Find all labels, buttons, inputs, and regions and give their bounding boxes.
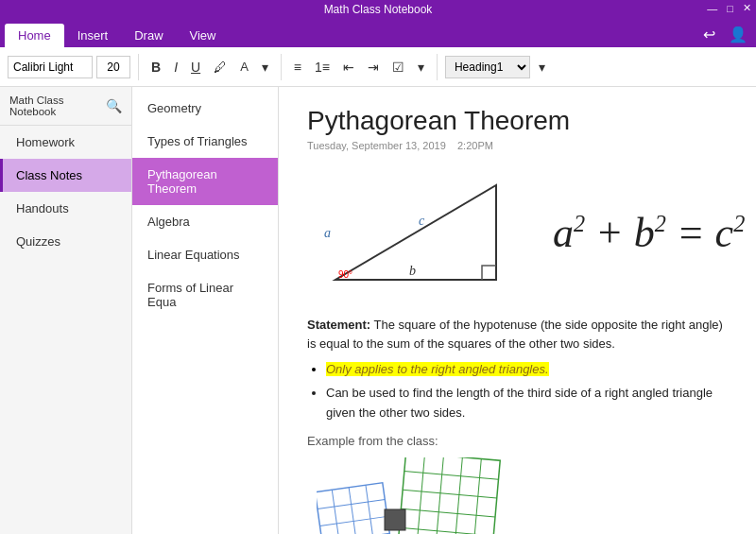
text-color-icon: A [240,60,249,74]
italic-button[interactable]: I [169,55,182,79]
text-color-button[interactable]: A [235,55,253,79]
bullet-text-1: Only applies to the right angled triangl… [326,362,549,376]
minimize-button[interactable]: — [704,2,720,14]
tab-home[interactable]: Home [5,24,64,47]
svg-text:a: a [324,226,331,240]
section-forms-of-linear[interactable]: Forms of Linear Equa [132,271,278,319]
section-types-of-triangles[interactable]: Types of Triangles [132,125,278,158]
svg-line-14 [436,457,444,534]
separator-1 [138,54,139,80]
section-algebra[interactable]: Algebra [132,205,278,238]
highlight-icon: 🖊 [214,60,227,75]
svg-line-19 [401,509,495,518]
svg-rect-21 [385,509,405,530]
checkbox-dropdown[interactable]: ▾ [413,55,429,79]
font-name-input[interactable] [8,56,93,78]
checkbox-button[interactable]: ☑ [387,55,409,79]
tab-draw[interactable]: Draw [121,24,176,47]
font-color-dropdown[interactable]: ▾ [257,55,273,79]
window-controls: — □ ✕ [704,2,754,14]
svg-text:b: b [409,264,416,278]
page-title: Pythagorean Theorem [307,106,728,136]
grids-area [317,457,728,534]
close-button[interactable]: ✕ [740,2,754,14]
bullet-text-2: Can be used to find the length of the th… [326,386,713,420]
tab-view[interactable]: View [177,24,230,47]
increase-indent-button[interactable]: ⇥ [363,55,384,79]
bullet-list: Only applies to the right angled triangl… [326,360,728,422]
title-bar-text: Math Class Notebook [324,3,433,16]
left-sidebar: Math Class Notebook 🔍 Homework Class Not… [0,87,132,534]
svg-line-7 [349,488,358,534]
title-bar: Math Class Notebook — □ ✕ [0,0,756,19]
date-text: Tuesday, September 13, 2019 [307,140,446,151]
svg-line-17 [404,472,499,480]
sidebar-item-homework[interactable]: Homework [0,126,131,159]
ribbon-toolbar: B I U 🖊 A ▾ ≡ 1≡ ⇤ ⇥ ☑ ▾ Heading1 ▾ [0,47,756,87]
svg-rect-12 [398,457,500,534]
diagram-area: a b c 90° a2 + b2 = c2 [307,166,728,299]
sidebar-item-classnotes[interactable]: Class Notes [0,159,131,192]
separator-3 [437,54,438,80]
section-geometry[interactable]: Geometry [132,92,278,125]
svg-line-18 [403,491,497,499]
svg-line-8 [366,486,375,534]
bullet-item-2: Can be used to find the length of the th… [326,384,728,423]
bullet-item-1: Only applies to the right angled triangl… [326,360,728,380]
underline-button[interactable]: U [186,55,205,79]
sidebar-item-quizzes[interactable]: Quizzes [0,225,131,258]
svg-marker-0 [335,185,496,280]
heading-dropdown[interactable]: ▾ [534,55,550,79]
ribbon-tabs: Home Insert Draw View ↩ 👤 [0,19,756,47]
maximize-button[interactable]: □ [724,2,736,14]
undo-button[interactable]: ↩ [699,26,719,43]
svg-text:90°: 90° [338,269,352,280]
example-label: Example from the class: [307,434,728,448]
triangle-diagram: a b c 90° [307,166,534,299]
notebook-header: Math Class Notebook 🔍 [0,87,131,126]
numbered-list-button[interactable]: 1≡ [310,55,335,79]
user-button[interactable]: 👤 [725,26,751,43]
bold-button[interactable]: B [146,55,165,79]
decrease-indent-button[interactable]: ⇤ [338,55,359,79]
bullet-list-button[interactable]: ≡ [289,55,306,79]
statement-text: Statement: The square of the hypotenuse … [307,316,728,353]
font-size-input[interactable] [96,56,130,78]
svg-line-15 [455,457,463,534]
formula-area: a2 + b2 = c2 [553,166,745,299]
highlight-button[interactable]: 🖊 [209,55,232,79]
formula-text: a2 + b2 = c2 [553,209,745,257]
svg-text:c: c [419,214,425,228]
svg-line-6 [332,491,341,534]
search-button[interactable]: 🔍 [106,98,122,113]
tab-insert[interactable]: Insert [64,24,122,47]
main-layout: Math Class Notebook 🔍 Homework Class Not… [0,87,756,534]
heading-select[interactable]: Heading1 [445,56,530,78]
section-pythagorean-theorem[interactable]: Pythagorean Theorem [132,158,278,205]
content-area[interactable]: Pythagorean Theorem Tuesday, September 1… [279,87,756,534]
statement-bold: Statement: [307,318,370,332]
svg-line-20 [400,528,494,534]
notebook-name: Math Class Notebook [9,95,106,117]
page-date: Tuesday, September 13, 2019 2:20PM [307,140,728,151]
triangle-svg: a b c 90° [307,166,534,299]
sidebar-item-handouts[interactable]: Handouts [0,192,131,225]
section-list: Geometry Types of Triangles Pythagorean … [132,87,279,534]
time-text: 2:20PM [457,140,493,151]
section-linear-equations[interactable]: Linear Equations [132,238,278,271]
grids-svg [317,457,524,534]
svg-line-13 [417,457,425,534]
separator-2 [281,54,282,80]
